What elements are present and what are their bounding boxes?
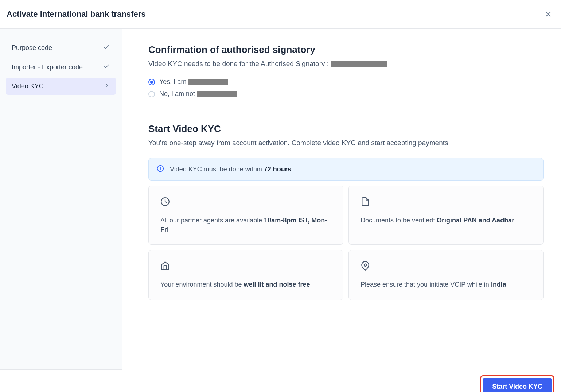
- close-icon: [544, 10, 552, 18]
- card-text: Your environment should be well lit and …: [160, 280, 331, 289]
- confirmation-subtitle: Video KYC needs to be done for the Autho…: [148, 60, 544, 68]
- banner-prefix: Video KYC must be done within: [170, 166, 264, 173]
- page-header: Activate international bank transfers: [0, 0, 561, 29]
- start-video-kyc-section: Start Video KYC You're one-step away fro…: [148, 123, 544, 300]
- confirmation-title: Confirmation of authorised signatory: [148, 44, 544, 55]
- footer: Start Video KYC: [0, 370, 561, 392]
- sidebar-item-label: Purpose code: [12, 44, 52, 52]
- info-icon: [157, 165, 164, 174]
- redacted-name: [331, 61, 387, 67]
- card-text: All our partner agents are available 10a…: [160, 216, 331, 234]
- radio-yes-label: Yes, I am: [159, 78, 228, 86]
- redacted-name: [188, 79, 228, 85]
- svg-point-6: [364, 264, 367, 267]
- sidebar-item-purpose-code[interactable]: Purpose code: [6, 39, 116, 57]
- start-subtitle: You're one-step away from account activa…: [148, 139, 544, 147]
- info-banner: Video KYC must be done within 72 hours: [148, 158, 544, 181]
- card-prefix: Your environment should be: [160, 281, 244, 288]
- start-video-kyc-button[interactable]: Start Video KYC: [483, 378, 552, 392]
- redacted-name: [197, 91, 237, 97]
- card-bold: Original PAN and Aadhar: [437, 217, 514, 224]
- banner-bold: 72 hours: [264, 166, 291, 173]
- start-title: Start Video KYC: [148, 123, 544, 135]
- sidebar-item-label: Importer - Exporter code: [12, 63, 83, 71]
- confirmation-subtitle-text: Video KYC needs to be done for the Autho…: [148, 60, 329, 68]
- location-icon: [361, 261, 531, 272]
- chevron-right-icon: [104, 82, 110, 90]
- sidebar-item-label: Video KYC: [12, 82, 44, 90]
- radio-yes-prefix: Yes, I am: [159, 78, 188, 85]
- radio-no[interactable]: No, I am not: [148, 90, 544, 98]
- home-icon: [160, 261, 331, 272]
- card-text: Documents to be verified: Original PAN a…: [361, 216, 531, 225]
- card-bold: India: [491, 281, 506, 288]
- radio-yes[interactable]: Yes, I am: [148, 78, 544, 86]
- radio-indicator-unselected: [148, 91, 155, 97]
- info-cards: All our partner agents are available 10a…: [148, 186, 544, 300]
- main-content: Confirmation of authorised signatory Vid…: [122, 29, 561, 370]
- card-prefix: Please ensure that you initiate VCIP whi…: [361, 281, 491, 288]
- card-hours: All our partner agents are available 10a…: [148, 186, 343, 245]
- card-text: Please ensure that you initiate VCIP whi…: [361, 280, 531, 289]
- confirmation-radio-group: Yes, I am No, I am not: [148, 78, 544, 98]
- close-button[interactable]: [542, 8, 554, 20]
- check-icon: [103, 63, 110, 72]
- radio-no-prefix: No, I am not: [159, 90, 197, 97]
- clock-icon: [160, 197, 331, 208]
- main-container: Purpose code Importer - Exporter code Vi…: [0, 29, 561, 370]
- card-bold: well lit and noise free: [244, 281, 310, 288]
- card-documents: Documents to be verified: Original PAN a…: [348, 186, 544, 245]
- confirmation-section: Confirmation of authorised signatory Vid…: [148, 44, 544, 98]
- card-prefix: Documents to be verified:: [361, 217, 437, 224]
- highlight-frame: Start Video KYC: [480, 375, 554, 392]
- card-environment: Your environment should be well lit and …: [148, 250, 343, 300]
- sidebar-item-iec[interactable]: Importer - Exporter code: [6, 58, 116, 76]
- info-banner-text: Video KYC must be done within 72 hours: [170, 166, 291, 173]
- card-location: Please ensure that you initiate VCIP whi…: [348, 250, 544, 300]
- radio-indicator-selected: [148, 79, 155, 85]
- sidebar-item-video-kyc[interactable]: Video KYC: [6, 78, 116, 95]
- document-icon: [361, 197, 531, 208]
- radio-no-label: No, I am not: [159, 90, 237, 98]
- page-title: Activate international bank transfers: [7, 9, 145, 19]
- svg-point-4: [160, 167, 161, 167]
- check-icon: [103, 43, 110, 53]
- sidebar: Purpose code Importer - Exporter code Vi…: [0, 29, 122, 370]
- card-prefix: All our partner agents are available: [160, 217, 264, 224]
